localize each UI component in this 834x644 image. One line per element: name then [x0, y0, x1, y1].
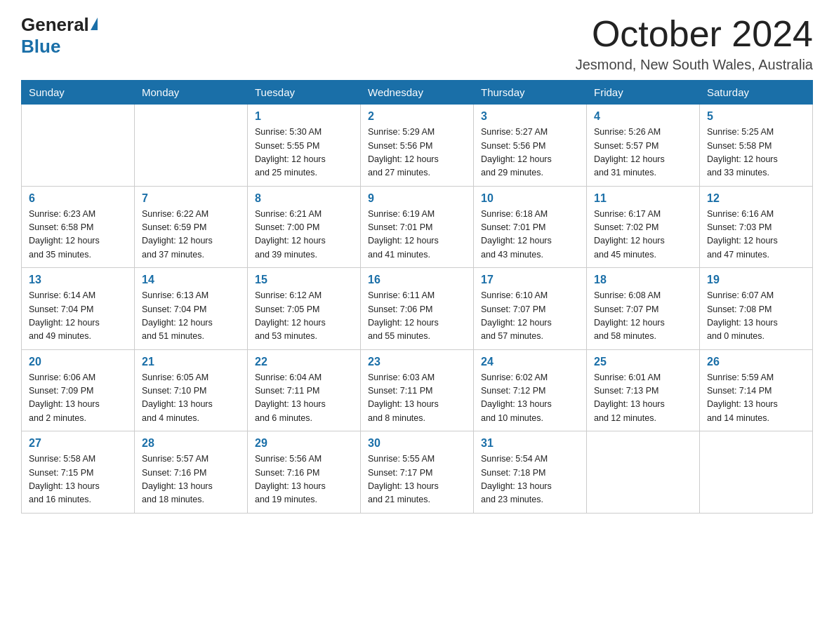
calendar-cell: 23Sunrise: 6:03 AMSunset: 7:11 PMDayligh…: [361, 349, 474, 431]
calendar-cell: 16Sunrise: 6:11 AMSunset: 7:06 PMDayligh…: [361, 268, 474, 350]
day-number: 24: [481, 356, 579, 368]
day-number: 27: [29, 437, 127, 450]
calendar-cell: [587, 431, 700, 514]
day-info: Sunrise: 6:11 AMSunset: 7:06 PMDaylight:…: [368, 289, 466, 344]
calendar-cell: 20Sunrise: 6:06 AMSunset: 7:09 PMDayligh…: [22, 349, 135, 431]
day-info: Sunrise: 6:05 AMSunset: 7:10 PMDaylight:…: [142, 371, 240, 426]
calendar-row-1: 1Sunrise: 5:30 AMSunset: 5:55 PMDaylight…: [22, 105, 813, 187]
day-info: Sunrise: 5:25 AMSunset: 5:58 PMDaylight:…: [707, 126, 805, 180]
calendar-cell: 25Sunrise: 6:01 AMSunset: 7:13 PMDayligh…: [587, 349, 700, 431]
day-info: Sunrise: 6:04 AMSunset: 7:11 PMDaylight:…: [255, 371, 353, 426]
calendar-cell: 17Sunrise: 6:10 AMSunset: 7:07 PMDayligh…: [474, 268, 587, 350]
day-number: 29: [255, 437, 353, 450]
calendar-cell: 18Sunrise: 6:08 AMSunset: 7:07 PMDayligh…: [587, 268, 700, 350]
day-number: 28: [142, 437, 240, 450]
day-info: Sunrise: 6:19 AMSunset: 7:01 PMDaylight:…: [368, 208, 466, 262]
day-number: 7: [142, 192, 240, 205]
day-number: 6: [29, 192, 127, 205]
day-info: Sunrise: 5:58 AMSunset: 7:15 PMDaylight:…: [29, 452, 127, 507]
col-thursday: Thursday: [474, 81, 587, 105]
calendar-cell: 10Sunrise: 6:18 AMSunset: 7:01 PMDayligh…: [474, 186, 587, 268]
calendar-cell: 31Sunrise: 5:54 AMSunset: 7:18 PMDayligh…: [474, 431, 587, 514]
col-monday: Monday: [135, 81, 248, 105]
day-info: Sunrise: 6:16 AMSunset: 7:03 PMDaylight:…: [707, 208, 805, 262]
day-number: 10: [481, 192, 579, 205]
day-number: 25: [594, 356, 692, 368]
calendar-cell: 15Sunrise: 6:12 AMSunset: 7:05 PMDayligh…: [248, 268, 361, 350]
day-number: 21: [142, 356, 240, 368]
day-info: Sunrise: 6:22 AMSunset: 6:59 PMDaylight:…: [142, 208, 240, 262]
page-subtitle: Jesmond, New South Wales, Australia: [576, 57, 813, 73]
calendar-header-row: Sunday Monday Tuesday Wednesday Thursday…: [22, 81, 813, 105]
page-title: October 2024: [576, 14, 813, 54]
day-number: 12: [707, 192, 805, 205]
day-info: Sunrise: 6:06 AMSunset: 7:09 PMDaylight:…: [29, 371, 127, 426]
calendar-cell: 8Sunrise: 6:21 AMSunset: 7:00 PMDaylight…: [248, 186, 361, 268]
calendar-cell: 30Sunrise: 5:55 AMSunset: 7:17 PMDayligh…: [361, 431, 474, 514]
col-wednesday: Wednesday: [361, 81, 474, 105]
title-block: October 2024 Jesmond, New South Wales, A…: [576, 14, 813, 73]
day-number: 19: [707, 274, 805, 286]
day-number: 3: [481, 110, 579, 123]
day-number: 9: [368, 192, 466, 205]
day-info: Sunrise: 6:17 AMSunset: 7:02 PMDaylight:…: [594, 208, 692, 262]
calendar-cell: 1Sunrise: 5:30 AMSunset: 5:55 PMDaylight…: [248, 105, 361, 187]
header: General Blue October 2024 Jesmond, New S…: [21, 14, 813, 73]
calendar-cell: 28Sunrise: 5:57 AMSunset: 7:16 PMDayligh…: [135, 431, 248, 514]
day-info: Sunrise: 6:12 AMSunset: 7:05 PMDaylight:…: [255, 289, 353, 344]
day-info: Sunrise: 5:59 AMSunset: 7:14 PMDaylight:…: [707, 371, 805, 426]
calendar-cell: 14Sunrise: 6:13 AMSunset: 7:04 PMDayligh…: [135, 268, 248, 350]
day-number: 17: [481, 274, 579, 286]
day-info: Sunrise: 6:23 AMSunset: 6:58 PMDaylight:…: [29, 208, 127, 262]
calendar-cell: 12Sunrise: 6:16 AMSunset: 7:03 PMDayligh…: [700, 186, 813, 268]
calendar-cell: 3Sunrise: 5:27 AMSunset: 5:56 PMDaylight…: [474, 105, 587, 187]
logo-triangle-icon: [91, 18, 98, 30]
day-number: 15: [255, 274, 353, 286]
day-number: 18: [594, 274, 692, 286]
calendar-cell: [135, 105, 248, 187]
logo: General Blue: [21, 14, 99, 58]
calendar-cell: 6Sunrise: 6:23 AMSunset: 6:58 PMDaylight…: [22, 186, 135, 268]
day-number: 13: [29, 274, 127, 286]
calendar-row-2: 6Sunrise: 6:23 AMSunset: 6:58 PMDaylight…: [22, 186, 813, 268]
day-number: 16: [368, 274, 466, 286]
calendar-cell: 11Sunrise: 6:17 AMSunset: 7:02 PMDayligh…: [587, 186, 700, 268]
calendar-cell: [22, 105, 135, 187]
col-sunday: Sunday: [22, 81, 135, 105]
calendar-cell: 9Sunrise: 6:19 AMSunset: 7:01 PMDaylight…: [361, 186, 474, 268]
calendar-cell: 22Sunrise: 6:04 AMSunset: 7:11 PMDayligh…: [248, 349, 361, 431]
day-info: Sunrise: 5:26 AMSunset: 5:57 PMDaylight:…: [594, 126, 692, 180]
calendar-row-4: 20Sunrise: 6:06 AMSunset: 7:09 PMDayligh…: [22, 349, 813, 431]
day-number: 4: [594, 110, 692, 123]
calendar-row-3: 13Sunrise: 6:14 AMSunset: 7:04 PMDayligh…: [22, 268, 813, 350]
calendar-cell: 13Sunrise: 6:14 AMSunset: 7:04 PMDayligh…: [22, 268, 135, 350]
calendar-table: Sunday Monday Tuesday Wednesday Thursday…: [21, 80, 813, 514]
day-info: Sunrise: 6:03 AMSunset: 7:11 PMDaylight:…: [368, 371, 466, 426]
day-info: Sunrise: 6:14 AMSunset: 7:04 PMDaylight:…: [29, 289, 127, 344]
calendar-cell: 7Sunrise: 6:22 AMSunset: 6:59 PMDaylight…: [135, 186, 248, 268]
calendar-cell: 29Sunrise: 5:56 AMSunset: 7:16 PMDayligh…: [248, 431, 361, 514]
col-saturday: Saturday: [700, 81, 813, 105]
day-number: 31: [481, 437, 579, 450]
col-friday: Friday: [587, 81, 700, 105]
day-number: 26: [707, 356, 805, 368]
day-info: Sunrise: 5:56 AMSunset: 7:16 PMDaylight:…: [255, 452, 353, 507]
calendar-row-5: 27Sunrise: 5:58 AMSunset: 7:15 PMDayligh…: [22, 431, 813, 514]
calendar-cell: 19Sunrise: 6:07 AMSunset: 7:08 PMDayligh…: [700, 268, 813, 350]
day-number: 14: [142, 274, 240, 286]
logo-general-text: General: [21, 14, 89, 36]
day-info: Sunrise: 6:21 AMSunset: 7:00 PMDaylight:…: [255, 208, 353, 262]
day-number: 5: [707, 110, 805, 123]
calendar-cell: 26Sunrise: 5:59 AMSunset: 7:14 PMDayligh…: [700, 349, 813, 431]
day-info: Sunrise: 5:27 AMSunset: 5:56 PMDaylight:…: [481, 126, 579, 180]
day-info: Sunrise: 6:02 AMSunset: 7:12 PMDaylight:…: [481, 371, 579, 426]
day-number: 22: [255, 356, 353, 368]
day-info: Sunrise: 6:10 AMSunset: 7:07 PMDaylight:…: [481, 289, 579, 344]
logo-blue-text: Blue: [21, 36, 60, 57]
day-number: 1: [255, 110, 353, 123]
day-info: Sunrise: 5:30 AMSunset: 5:55 PMDaylight:…: [255, 126, 353, 180]
day-number: 20: [29, 356, 127, 368]
day-info: Sunrise: 5:57 AMSunset: 7:16 PMDaylight:…: [142, 452, 240, 507]
day-info: Sunrise: 5:55 AMSunset: 7:17 PMDaylight:…: [368, 452, 466, 507]
calendar-cell: [700, 431, 813, 514]
